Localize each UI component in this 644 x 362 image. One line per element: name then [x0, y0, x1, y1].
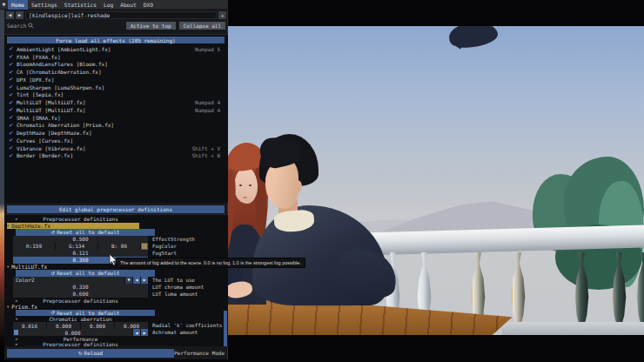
section-multilut[interactable]: ▾MultiLUT.fx: [7, 264, 47, 270]
lut-combo[interactable]: Color2: [13, 277, 124, 284]
effectstrength-label: EffectStrength: [152, 237, 195, 242]
radial-k-field[interactable]: 0.000: [81, 322, 114, 329]
effect-row[interactable]: ✔CA [ChromaticAberration.fx]: [4, 68, 228, 76]
effect-row[interactable]: ✔FXAA [FXAA.fx]: [4, 53, 228, 61]
tab-about[interactable]: About: [117, 0, 140, 10]
effect-row[interactable]: ✔Vibrance [Vibrance.fx]Shift + V: [4, 144, 228, 152]
woman-eye: [239, 184, 242, 186]
combo-prev-button[interactable]: ◀: [133, 277, 140, 284]
active-to-top-button[interactable]: Active to top: [126, 22, 176, 30]
effect-row[interactable]: ✔LumaSharpen [LumaSharpen.fx]: [4, 84, 228, 91]
effect-row[interactable]: ✔MultiLUT [MultiLUT.fx]Numpad 4: [4, 98, 228, 106]
effect-row[interactable]: ✔SMAA [SMAA.fx]: [4, 114, 228, 122]
effect-row[interactable]: ✔BloomAndLensFlares [Bloom.fx]: [4, 61, 228, 69]
reset-all-to-default-button[interactable]: ↺Reset all to default: [16, 270, 155, 277]
checkbox-checked-icon[interactable]: ✔: [9, 45, 17, 52]
checkbox-checked-icon[interactable]: ✔: [9, 76, 17, 83]
variable-editor: ▸Preprocessor definitions ▾DepthHaze.fx …: [4, 214, 228, 346]
tab-home[interactable]: Home: [8, 0, 28, 10]
section-depthhaze[interactable]: ▾DepthHaze.fx: [7, 223, 139, 229]
combo-dropdown-icon[interactable]: ▼: [125, 277, 132, 284]
checkbox-checked-icon[interactable]: ✔: [9, 144, 17, 151]
search-icon: [28, 23, 34, 29]
preprocessor-definitions-node[interactable]: ▸Preprocessor definitions: [13, 298, 148, 304]
effect-row[interactable]: ✔DPX [DPX.fx]: [4, 76, 228, 84]
mouse-cursor: [109, 254, 117, 266]
fogcolor-g-field[interactable]: G:134: [56, 243, 97, 250]
preprocessor-definitions-node[interactable]: ▸Preprocessor definitions: [13, 216, 148, 222]
tab-dx9: DX9: [140, 0, 157, 10]
tab-log[interactable]: Log: [100, 0, 117, 10]
effect-row[interactable]: ✔DepthHaze [DepthHaze.fx]: [4, 129, 228, 137]
combo-next-button[interactable]: ▶: [141, 277, 148, 284]
reshade-window: ▼ Home Settings Statistics Log About DX9…: [0, 0, 228, 359]
chromatic-aberration-node[interactable]: ▾Chromatic aberration: [13, 316, 148, 322]
fogcolor-b-field[interactable]: B: 86: [98, 243, 140, 250]
effect-row[interactable]: ✔Curves [Curves.fx]: [4, 137, 228, 144]
effects-list: Force load all effects (205 remaining) ✔…: [4, 34, 228, 203]
checkbox-checked-icon[interactable]: ✔: [9, 84, 17, 90]
hotkey: Numpad 5: [195, 46, 224, 52]
preset-name-field[interactable]: [kindlespice]leif-reshade: [25, 11, 217, 19]
checkbox-checked-icon[interactable]: ✔: [9, 130, 17, 137]
checkbox-checked-icon[interactable]: ✔: [9, 122, 17, 129]
reset-icon: ↺: [51, 230, 56, 235]
lut-chroma-slider[interactable]: 0.330: [13, 284, 148, 291]
tree-bullet-icon: ▸: [16, 217, 17, 221]
collapse-all-button[interactable]: Collapse all: [179, 22, 225, 30]
checkbox-checked-icon[interactable]: ✔: [9, 137, 17, 144]
radial-k-field[interactable]: 0.016: [13, 322, 46, 329]
checkbox-checked-icon[interactable]: ✔: [9, 69, 17, 76]
fogstart-slider[interactable]: 0.121: [13, 250, 148, 257]
woman-lips: [243, 197, 247, 198]
section-prism[interactable]: ▾Prism.fx: [7, 304, 37, 310]
previous-preset-button[interactable]: ◀: [6, 11, 14, 19]
radial-k-field[interactable]: 0.000: [115, 322, 148, 329]
tree-bullet-icon: ▾: [7, 224, 9, 228]
reload-icon: ↻: [78, 351, 83, 356]
effect-row[interactable]: ✔AmbientLight [AmbientLight.fx]Numpad 5: [4, 45, 228, 53]
lut-label: The LUT to use: [152, 278, 195, 283]
effect-row[interactable]: ✔Tint [Sepia.fx]: [4, 91, 228, 99]
radial-k-field[interactable]: 0.000: [47, 322, 80, 329]
checkbox-checked-icon[interactable]: ✔: [9, 152, 17, 159]
checkbox-checked-icon[interactable]: ✔: [9, 61, 17, 68]
tab-statistics[interactable]: Statistics: [61, 0, 100, 10]
effect-row[interactable]: ✔Chromatic Aberration [Prism.fx]: [4, 122, 228, 130]
lut-luma-slider[interactable]: 0.690: [13, 291, 148, 298]
search-input[interactable]: Search: [7, 23, 26, 29]
effect-row[interactable]: ✔Border [Border.fx]Shift + B: [4, 152, 228, 160]
man-ear: [293, 180, 302, 192]
checkbox-checked-icon[interactable]: ✔: [9, 91, 17, 98]
window-body: ◀ ▶ [kindlespice]leif-reshade + Search A…: [4, 10, 228, 359]
effect-row[interactable]: ✔MultiLUT [MultiLUT.fx]Numpad 4: [4, 106, 228, 114]
tab-settings[interactable]: Settings: [28, 0, 61, 10]
screenshot-root: ▼ Home Settings Statistics Log About DX9…: [0, 0, 644, 362]
edit-global-preprocessor-button[interactable]: Edit global preprocessor definitions: [7, 205, 225, 213]
effectstrength-slider[interactable]: 0.500: [13, 236, 148, 243]
checkbox-checked-icon[interactable]: ✔: [9, 114, 17, 121]
reset-all-to-default-button[interactable]: ↺Reset all to default: [16, 310, 155, 317]
checkbox-checked-icon[interactable]: ✔: [9, 53, 17, 60]
fogfactor-tooltip: The amount of fog added to the scene. 0.…: [116, 258, 305, 268]
performance-mode-toggle[interactable]: Performance Mode: [174, 350, 225, 356]
add-preset-button[interactable]: +: [218, 11, 226, 19]
preset-bar: ◀ ▶ [kindlespice]leif-reshade +: [4, 10, 228, 20]
force-load-all-effects-button[interactable]: Force load all effects (205 remaining): [7, 37, 225, 44]
slider-grab[interactable]: [14, 330, 18, 335]
checkbox-checked-icon[interactable]: ✔: [9, 106, 17, 113]
menu-bar: ▼ Home Settings Statistics Log About DX9: [0, 0, 228, 10]
fogcolor-swatch[interactable]: [141, 243, 148, 250]
reload-button[interactable]: ↻Reload: [7, 349, 174, 358]
fogcolor-r-field[interactable]: R:159: [13, 243, 55, 250]
search-row: Search Active to top Collapse all: [4, 21, 228, 30]
collapse-window-icon[interactable]: ▼: [0, 2, 8, 7]
scrollbar-thumb[interactable]: [224, 311, 227, 346]
footer-bar: ↻Reload Performance Mode: [4, 348, 228, 358]
preprocessor-definitions-node[interactable]: ▸Preprocessor definitions: [13, 341, 148, 346]
fogstart-label: FogStart: [152, 251, 177, 256]
reset-all-to-default-button[interactable]: ↺Reset all to default: [16, 229, 155, 236]
next-preset-button[interactable]: ▶: [16, 11, 23, 19]
checkbox-checked-icon[interactable]: ✔: [9, 99, 17, 106]
balcony-rail-base: [502, 322, 644, 336]
